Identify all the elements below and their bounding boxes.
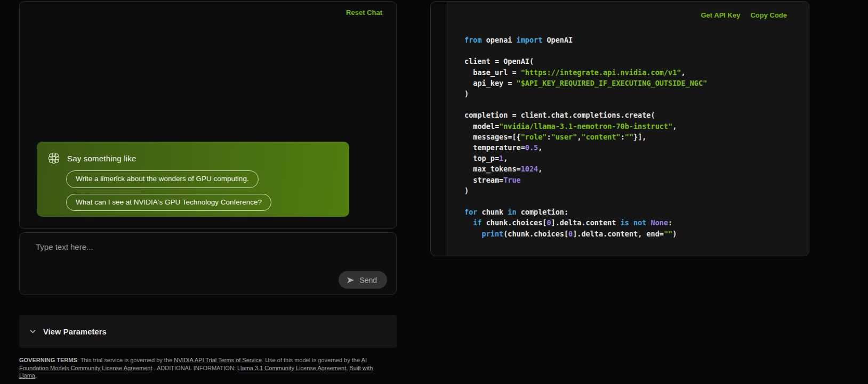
code-line: for chunk in completion: [464, 207, 707, 217]
code-sample-panel: Get API KeyCopy Code from openai import … [430, 1, 809, 256]
terms-text: . ADDITIONAL INFORMATION: [152, 365, 237, 371]
code-line: if chunk.choices[0].delta.content is not… [464, 217, 707, 228]
governing-terms-text: GOVERNING TERMS: This trial service is g… [19, 356, 387, 380]
code-line [464, 196, 707, 207]
chat-text-input[interactable] [36, 242, 380, 274]
python-code-block: from openai import OpenAI client = OpenA… [464, 35, 707, 239]
send-button[interactable]: Send [339, 271, 387, 289]
code-line: api_key = "$API_KEY_REQUIRED_IF_EXECUTIN… [464, 78, 707, 88]
terms-text: GOVERNING TERMS [19, 357, 77, 363]
send-button-label: Send [359, 276, 377, 284]
chevron-down-icon [29, 329, 36, 334]
code-line: client = OpenAI( [464, 56, 707, 67]
suggestion-card: Say something like Write a limerick abou… [37, 142, 349, 217]
code-line: base_url = "https://integrate.api.nvidia… [464, 67, 707, 78]
code-line: model="nvidia/llama-3.1-nemotron-70b-ins… [464, 121, 707, 132]
terms-link[interactable]: NVIDIA API Trial Terms of Service [174, 357, 262, 363]
view-parameters-toggle[interactable]: View Parameters [19, 315, 397, 348]
terms-text: . Use of this model is governed by the [262, 357, 361, 363]
code-line: temperature=0.5, [464, 142, 707, 153]
suggestion-card-header: Say something like [47, 152, 339, 165]
view-parameters-label: View Parameters [43, 328, 107, 336]
playground-screen: Reset Chat Say something like Write a li… [0, 0, 868, 384]
suggestion-pill-1[interactable]: What can I see at NVIDIA's GPU Technolog… [66, 194, 271, 211]
suggestion-card-title: Say something like [67, 154, 136, 163]
code-line: ) [464, 88, 707, 99]
code-line [464, 99, 707, 110]
chat-input-panel: Send [19, 232, 397, 295]
terms-text: : This trial service is governed by the [77, 357, 174, 363]
suggestion-list: Write a limerick about the wonders of GP… [66, 170, 339, 211]
reset-chat-button[interactable]: Reset Chat [346, 9, 382, 17]
code-line: max_tokens=1024, [464, 164, 707, 174]
chat-panel: Reset Chat Say something like Write a li… [19, 1, 397, 229]
terms-link[interactable]: Llama 3.1 Community License Agreement [237, 365, 346, 371]
terms-text: . [35, 372, 37, 379]
get-api-key-link[interactable]: Get API Key [701, 11, 740, 19]
code-line [464, 45, 707, 56]
suggestion-pill-0[interactable]: Write a limerick about the wonders of GP… [66, 170, 259, 188]
send-arrow-icon [347, 276, 355, 284]
code-line: stream=True [464, 175, 707, 185]
code-actions: Get API KeyCopy Code [701, 11, 787, 19]
code-line: print(chunk.choices[0].delta.content, en… [464, 228, 707, 239]
code-line: from openai import OpenAI [464, 35, 707, 45]
code-line: top_p=1, [464, 153, 707, 164]
code-line: messages=[{"role":"user","content":""}], [464, 132, 707, 142]
code-line: completion = client.chat.completions.cre… [464, 110, 707, 120]
code-surface: Get API KeyCopy Code from openai import … [447, 2, 809, 256]
code-line: ) [464, 185, 707, 196]
nim-flower-icon [47, 152, 60, 165]
copy-code-link[interactable]: Copy Code [750, 11, 787, 19]
